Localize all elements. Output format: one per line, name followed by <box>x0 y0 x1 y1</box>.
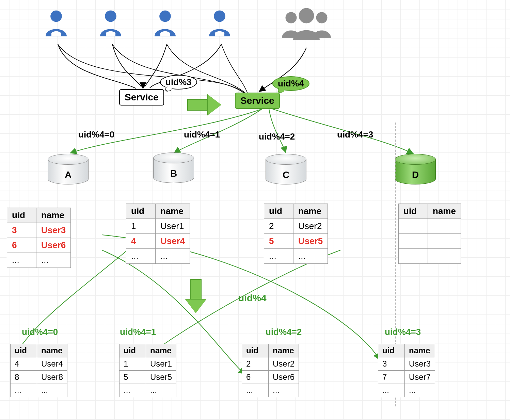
database-b-label: B <box>153 168 194 179</box>
table-top-d: uidname <box>398 204 461 264</box>
service-old-label: Service <box>125 92 159 102</box>
svg-point-3 <box>214 11 225 22</box>
user-icon <box>95 7 126 41</box>
database-d-icon: D <box>395 154 436 184</box>
col-name: name <box>36 208 71 223</box>
database-d-label: D <box>395 169 436 180</box>
user-group-icon <box>276 6 337 44</box>
table-bottom-2: uidname 2User2 6User6 ...... <box>242 344 299 397</box>
service-new-bubble-text: uid%4 <box>278 78 304 88</box>
arrow-down-icon <box>186 279 206 313</box>
table-bottom-0: uidname 4User4 8User8 ...... <box>10 344 67 397</box>
database-b-icon: B <box>153 152 194 183</box>
user-icon <box>150 7 180 41</box>
service-old-bubble: uid%3 <box>160 75 197 90</box>
service-new-bubble: uid%4 <box>272 76 309 91</box>
table-bottom-3: uidname 3User3 7User7 ...... <box>378 344 435 397</box>
database-c-icon: C <box>266 154 306 184</box>
service-new-label: Service <box>240 95 274 106</box>
table-top-c: uidname 2User2 5User5 ...... <box>264 204 328 264</box>
user-icon <box>204 7 235 41</box>
table-bottom-1: uidname 1User1 5User5 ...... <box>119 344 176 397</box>
table-top-a: uidname 3User3 6User6 ...... <box>7 208 71 268</box>
arrow-right-icon <box>187 95 221 115</box>
database-a-icon: A <box>48 154 89 184</box>
svg-point-5 <box>316 12 328 23</box>
table-top-b: uidname 1User1 4User4 ...... <box>126 204 190 264</box>
svg-point-2 <box>159 11 171 22</box>
svg-point-6 <box>299 8 314 23</box>
col-uid: uid <box>7 208 36 223</box>
route-label-top-1: uid%4=1 <box>184 129 220 140</box>
route-label-top-2: uid%4=2 <box>259 131 295 142</box>
route-label-bottom-1: uid%4=1 <box>120 327 156 337</box>
route-label-bottom-3: uid%4=3 <box>385 327 421 337</box>
route-label-top-3: uid%4=3 <box>337 129 373 140</box>
svg-point-4 <box>286 12 297 23</box>
svg-point-1 <box>105 11 116 22</box>
service-new-box: Service <box>235 93 280 109</box>
database-a-label: A <box>48 169 89 180</box>
service-old-bubble-text: uid%3 <box>165 77 192 87</box>
svg-point-0 <box>50 11 62 22</box>
database-c-label: C <box>266 169 306 180</box>
mid-label: uid%4 <box>238 293 266 304</box>
service-old-box: Service <box>119 89 164 106</box>
route-label-bottom-0: uid%4=0 <box>22 327 58 337</box>
user-icon <box>41 7 71 41</box>
route-label-top-0: uid%4=0 <box>78 129 114 140</box>
route-label-bottom-2: uid%4=2 <box>266 327 302 337</box>
